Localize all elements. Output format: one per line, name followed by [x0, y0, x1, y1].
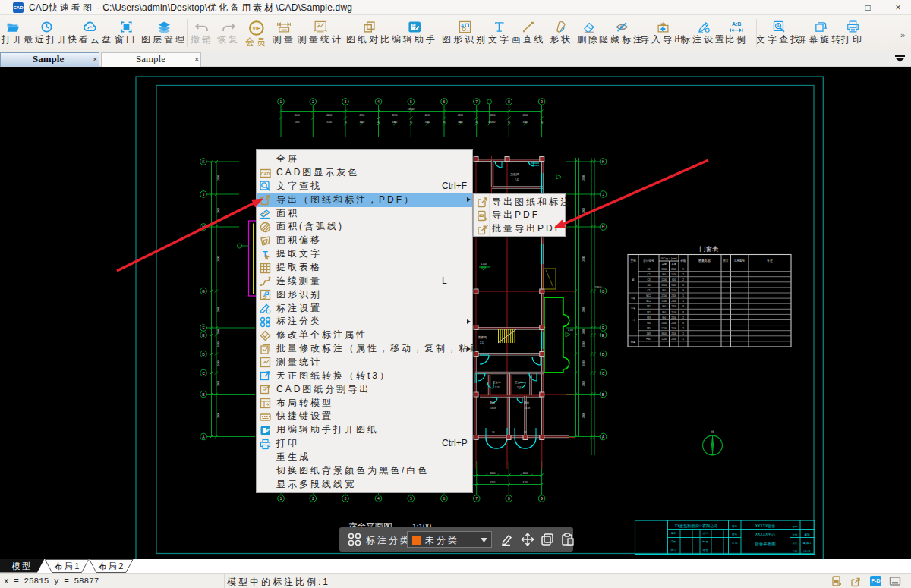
svg-text:2100: 2100 [671, 311, 676, 314]
svg-text:描 图: 描 图 [702, 549, 708, 552]
svg-text:3600: 3600 [217, 175, 220, 181]
svg-text:4: 4 [377, 496, 380, 501]
svg-text:2: 2 [312, 99, 314, 104]
svg-text:3600: 3600 [582, 307, 585, 312]
svg-text:2400: 2400 [671, 316, 676, 319]
svg-text:樘数: 樘数 [680, 259, 686, 263]
svg-text:1: 1 [280, 99, 282, 104]
svg-text:楼梯间: 楼梯间 [478, 335, 487, 340]
svg-text:建施-1: 建施-1 [802, 542, 811, 545]
svg-text:窗: 窗 [632, 278, 635, 281]
svg-text:M3: M3 [647, 316, 651, 319]
svg-text:1500: 1500 [661, 284, 667, 287]
svg-text:M5: M5 [647, 327, 651, 330]
svg-text:卫生间: 卫生间 [510, 172, 519, 177]
svg-text:7: 7 [475, 496, 478, 501]
svg-text:3.18: 3.18 [517, 386, 522, 389]
svg-text:C3: C3 [647, 278, 650, 281]
svg-text:设 计: 设 计 [670, 549, 676, 552]
svg-text:1500: 1500 [671, 289, 676, 292]
svg-text:A: A [202, 435, 205, 439]
svg-text:C: C [602, 371, 605, 376]
svg-text:3600: 3600 [217, 413, 220, 418]
svg-text:2400: 2400 [671, 300, 676, 303]
svg-text:宿舍平面图: 宿舍平面图 [755, 542, 776, 547]
svg-text:MC2: MC2 [646, 300, 651, 303]
svg-text:MM: MM [281, 28, 287, 32]
svg-text:4500: 4500 [522, 472, 528, 475]
svg-text:1500: 1500 [661, 268, 667, 271]
svg-text:30: 30 [508, 121, 510, 124]
svg-text:VIP: VIP [253, 26, 261, 31]
svg-text:4500: 4500 [522, 114, 528, 117]
svg-text:C5: C5 [647, 289, 650, 292]
svg-text:4200: 4200 [523, 481, 528, 484]
svg-text:F: F [602, 325, 604, 330]
svg-text:审核: 审核 [671, 540, 676, 543]
svg-text:5: 5 [410, 496, 412, 501]
svg-text:K: K [602, 159, 605, 164]
svg-text:9: 9 [541, 496, 543, 501]
svg-text:1200: 1200 [661, 327, 667, 330]
svg-text:设计编号: 设计编号 [643, 259, 654, 263]
svg-text:C4: C4 [647, 284, 650, 287]
svg-text:D: D [602, 352, 605, 357]
svg-text:4200: 4200 [490, 481, 496, 484]
svg-text:19800: 19800 [595, 286, 602, 289]
svg-text:3300: 3300 [295, 121, 300, 124]
svg-text:图号: 图号 [732, 533, 737, 536]
svg-text:备注: 备注 [767, 259, 773, 263]
svg-text:选用型号: 选用型号 [734, 259, 746, 263]
svg-text:4200: 4200 [490, 472, 495, 475]
svg-text:1: 1 [280, 496, 282, 501]
svg-text:H: H [602, 225, 605, 229]
svg-text:2100: 2100 [671, 327, 676, 330]
svg-text:厕间: 厕间 [524, 401, 530, 404]
svg-text:门联: 门联 [631, 297, 635, 300]
svg-text:北: 北 [711, 430, 714, 434]
svg-text:1800: 1800 [671, 284, 676, 287]
svg-text:1: 1 [682, 294, 684, 297]
svg-text:CAD: CAD [261, 171, 270, 176]
svg-text:类别: 类别 [630, 259, 636, 263]
svg-text:3600: 3600 [582, 256, 585, 261]
svg-text:1: 1 [682, 300, 684, 303]
svg-text:9: 9 [682, 268, 684, 271]
svg-text:3600: 3600 [217, 381, 220, 386]
svg-text:卫生间: 卫生间 [515, 381, 523, 384]
svg-text:600: 600 [672, 278, 676, 281]
svg-text:4200: 4200 [326, 114, 332, 117]
svg-text:3300: 3300 [490, 121, 496, 124]
svg-text:1000: 1000 [661, 322, 667, 325]
svg-text:8: 8 [508, 99, 510, 104]
svg-text:M2: M2 [647, 311, 651, 314]
svg-text:30: 30 [443, 121, 446, 124]
svg-text:B: B [602, 392, 605, 397]
svg-text:页次: 页次 [793, 542, 798, 545]
svg-text:3.18: 3.18 [495, 386, 500, 389]
svg-text:30: 30 [475, 121, 478, 124]
svg-text:A: A [777, 24, 780, 28]
svg-text:XX建筑勘察设计有限公司: XX建筑勘察设计有限公司 [675, 524, 718, 529]
svg-text:900: 900 [662, 289, 666, 292]
svg-text:FM1: FM1 [646, 338, 651, 341]
svg-text:2: 2 [682, 273, 684, 276]
svg-text:高度: 高度 [672, 263, 677, 266]
svg-text:4.150: 4.150 [481, 263, 487, 266]
svg-text:4200: 4200 [359, 114, 364, 117]
svg-text:900: 900 [662, 273, 666, 276]
svg-text:G: G [602, 289, 605, 294]
svg-text:XXXXX宿舍: XXXXX宿舍 [755, 524, 776, 528]
svg-text:C1: C1 [492, 431, 495, 434]
svg-text:日 期: 日 期 [732, 542, 737, 545]
svg-text:8: 8 [682, 305, 684, 308]
svg-text:3600: 3600 [217, 208, 220, 213]
svg-text:2: 2 [682, 278, 684, 281]
svg-text:2400: 2400 [671, 268, 676, 271]
svg-text:3600: 3600 [661, 332, 667, 335]
svg-text:2100: 2100 [661, 294, 667, 297]
svg-text:防盗: 防盗 [631, 341, 635, 344]
svg-text:18.09: 18.09 [490, 407, 496, 410]
svg-text:A: A [602, 435, 605, 439]
svg-text:3600: 3600 [217, 256, 220, 261]
